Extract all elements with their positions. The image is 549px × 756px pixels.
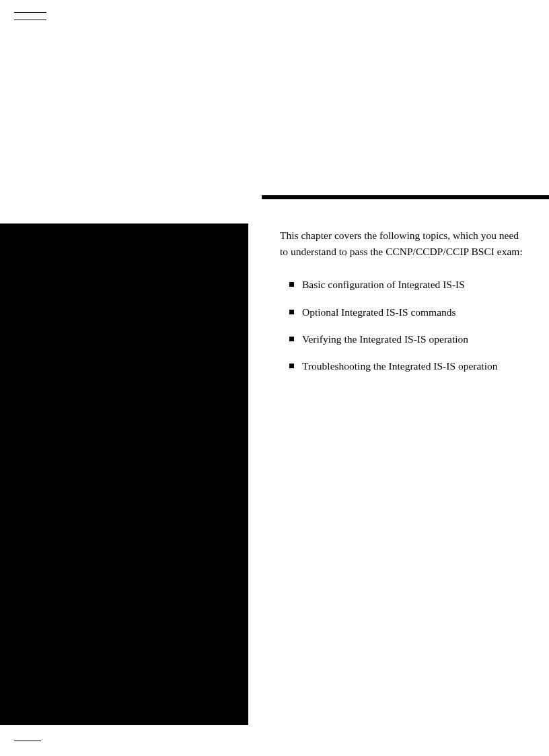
- topic-item: Optional Integrated IS-IS commands: [280, 305, 527, 320]
- topic-item: Troubleshooting the Integrated IS-IS ope…: [280, 359, 527, 374]
- topic-item: Basic configuration of Integrated IS-IS: [280, 277, 527, 292]
- topic-list: Basic configuration of Integrated IS-IS …: [280, 277, 527, 374]
- square-bullet-icon: [289, 310, 294, 314]
- topic-text: Optional Integrated IS-IS commands: [302, 305, 527, 320]
- topic-text: Troubleshooting the Integrated IS-IS ope…: [302, 359, 527, 374]
- square-bullet-icon: [289, 282, 294, 287]
- crop-marks-top: [14, 12, 46, 27]
- divider-bar: [262, 195, 549, 199]
- topic-text: Verifying the Integrated IS-IS operation: [302, 332, 527, 347]
- square-bullet-icon: [289, 337, 294, 341]
- topic-item: Verifying the Integrated IS-IS operation: [280, 332, 527, 347]
- square-bullet-icon: [289, 364, 294, 368]
- intro-paragraph: This chapter covers the following topics…: [280, 228, 527, 260]
- crop-mark-line: [14, 12, 46, 13]
- crop-mark-bottom: [14, 741, 41, 741]
- image-placeholder-box: [0, 224, 248, 725]
- content-column: This chapter covers the following topics…: [280, 228, 527, 386]
- topic-text: Basic configuration of Integrated IS-IS: [302, 277, 527, 292]
- crop-mark-line: [14, 20, 46, 20]
